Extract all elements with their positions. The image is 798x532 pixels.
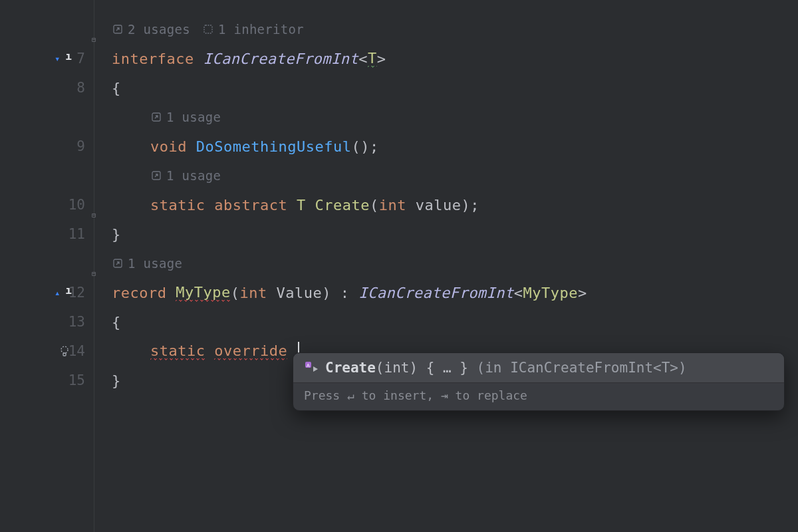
- type-ref: T: [297, 197, 306, 213]
- line-number[interactable]: ▾ı 7: [0, 44, 100, 73]
- gutter-spacer: [0, 15, 100, 44]
- code-lens[interactable]: 2 usages 1 inheritor: [112, 15, 798, 44]
- keyword: interface: [112, 51, 194, 67]
- brace: }: [112, 226, 121, 243]
- implemented-icon[interactable]: ▾ı: [55, 53, 72, 65]
- svg-rect-1: [63, 353, 66, 356]
- code-area[interactable]: 2 usages 1 inheritor interface ICanCreat…: [100, 0, 798, 532]
- parameter: value: [416, 197, 462, 213]
- type-arg: MyType: [523, 285, 578, 301]
- external-link-icon: [112, 23, 124, 35]
- completion-item[interactable]: A Create(int) { … } (in ICanCreateFromIn…: [293, 353, 784, 382]
- usages-label: 1 usage: [166, 110, 221, 124]
- gutter: ⊟ ⊟ ⊟ ▾ı 7 8 9 10 11 ▴ı 12 13: [0, 0, 100, 532]
- inheritor-icon: [202, 23, 214, 35]
- code-line[interactable]: record MyType(int Value) : ICanCreateFro…: [112, 278, 798, 307]
- code-line[interactable]: {: [112, 307, 798, 336]
- completion-popup[interactable]: A Create(int) { … } (in ICanCreateFromIn…: [293, 352, 785, 411]
- svg-text:A: A: [307, 363, 310, 368]
- brace: {: [112, 314, 121, 331]
- code-line[interactable]: static abstract T Create(int value);: [112, 190, 798, 219]
- type-name: MyType: [176, 284, 230, 302]
- code-lens[interactable]: 1 usage: [112, 102, 798, 132]
- line-number-label: 13: [68, 314, 85, 330]
- code-editor[interactable]: ⊟ ⊟ ⊟ ▾ı 7 8 9 10 11 ▴ı 12 13: [0, 0, 798, 532]
- parameter: Value: [276, 285, 322, 301]
- svg-rect-3: [204, 25, 212, 33]
- keyword: int: [239, 285, 267, 301]
- code-lens[interactable]: 1 usage: [112, 249, 798, 278]
- line-number-label: 8: [76, 80, 85, 96]
- line-number-label: 11: [68, 226, 85, 242]
- line-number-label: 7: [76, 51, 85, 66]
- line-number-label: 15: [68, 372, 85, 388]
- type-param: T: [368, 50, 377, 68]
- usages-lens[interactable]: 1 usage: [150, 110, 221, 124]
- line-number[interactable]: 14: [0, 336, 100, 366]
- line-number[interactable]: 13: [0, 307, 100, 336]
- code-lens[interactable]: 1 usage: [112, 161, 798, 190]
- keyword: int: [379, 197, 406, 213]
- type-name: ICanCreateFromInt: [203, 51, 358, 67]
- line-number[interactable]: 15: [0, 366, 100, 395]
- line-number[interactable]: 8: [0, 73, 100, 102]
- completion-signature: Create(int) { … } (in ICanCreateFromInt<…: [325, 360, 687, 376]
- usages-lens[interactable]: 2 usages: [112, 22, 190, 37]
- gutter-spacer: [0, 102, 100, 132]
- type-ref: ICanCreateFromInt: [358, 285, 514, 301]
- keyword: static: [150, 342, 205, 360]
- external-link-icon: [112, 257, 124, 269]
- keyword: record: [112, 285, 166, 301]
- brace: }: [112, 372, 121, 389]
- keyword: void: [150, 138, 187, 155]
- inheritors-lens[interactable]: 1 inheritor: [202, 22, 304, 37]
- usages-lens[interactable]: 1 usage: [150, 168, 221, 183]
- code-line[interactable]: {: [112, 73, 798, 102]
- inheritors-label: 1 inheritor: [218, 22, 304, 37]
- keyword: static: [150, 197, 205, 213]
- usages-lens[interactable]: 1 usage: [112, 256, 182, 271]
- method-name: DoSomethingUseful: [196, 138, 352, 155]
- svg-point-0: [61, 346, 68, 353]
- usages-label: 2 usages: [128, 22, 190, 37]
- usages-label: 1 usage: [166, 168, 221, 183]
- gutter-spacer: [0, 249, 100, 278]
- method-icon: A: [304, 360, 319, 375]
- line-number[interactable]: ▴ı 12: [0, 278, 100, 307]
- line-number[interactable]: 9: [0, 132, 100, 161]
- brace: {: [112, 80, 121, 96]
- line-number-label: 10: [68, 197, 85, 213]
- keyword: override: [214, 342, 287, 360]
- usages-label: 1 usage: [128, 256, 182, 271]
- implements-icon[interactable]: ▴ı: [55, 287, 72, 299]
- external-link-icon: [150, 170, 162, 182]
- gutter-spacer: [0, 161, 100, 190]
- svg-marker-8: [313, 366, 318, 372]
- line-number[interactable]: 10: [0, 190, 100, 219]
- line-number-label: 9: [76, 138, 85, 154]
- external-link-icon: [150, 111, 162, 123]
- completion-hint: Press ↵ to insert, ⇥ to replace: [293, 382, 784, 410]
- keyword: abstract: [214, 197, 287, 213]
- method-name: Create: [315, 197, 369, 213]
- code-line[interactable]: void DoSomethingUseful();: [112, 132, 798, 161]
- bulb-icon[interactable]: [57, 344, 72, 358]
- code-line[interactable]: }: [112, 219, 798, 249]
- line-number[interactable]: 11: [0, 219, 100, 249]
- code-line[interactable]: interface ICanCreateFromInt<T>: [112, 44, 798, 73]
